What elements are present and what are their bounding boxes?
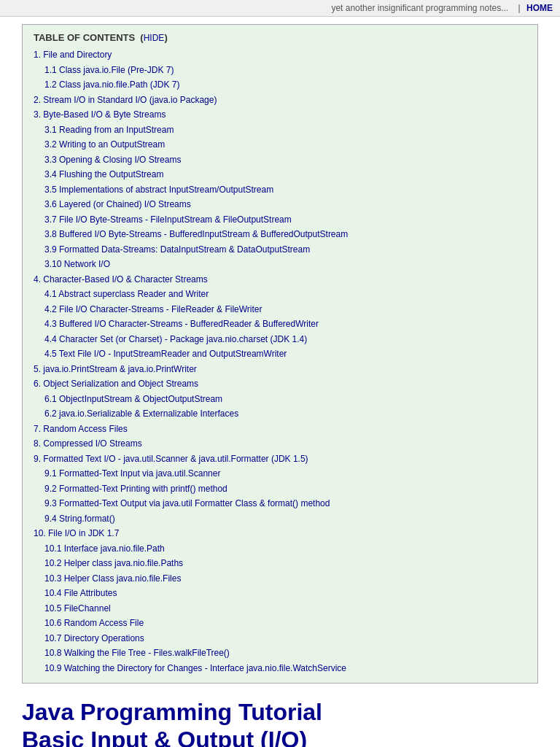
toc-hide-link[interactable]: HIDE	[144, 33, 165, 43]
list-item: 1.1 Class java.io.File (Pre-JDK 7)	[34, 63, 526, 77]
top-bar: yet another insignificant programming no…	[0, 0, 560, 17]
main-content: TABLE OF CONTENTS (HIDE) 1. File and Dir…	[0, 17, 560, 747]
list-item: 10.1 Interface java.nio.file.Path	[34, 541, 526, 556]
list-item: 4.3 Buffered I/O Character-Streams - Buf…	[34, 317, 526, 331]
toc-item[interactable]: 10.3 Helper Class java.nio.file.Files	[44, 573, 181, 584]
toc-item[interactable]: 9. Formatted Text I/O - java.util.Scanne…	[34, 454, 308, 464]
list-item: 3.8 Buffered I/O Byte-Streams - Buffered…	[34, 227, 526, 241]
list-item: 1.2 Class java.nio.file.Path (JDK 7)	[34, 77, 526, 92]
toc-item[interactable]: 4.5 Text File I/O - InputStreamReader an…	[44, 349, 287, 359]
tagline: yet another insignificant programming no…	[331, 3, 508, 13]
toc-item[interactable]: 4. Character-Based I/O & Character Strea…	[34, 274, 208, 285]
toc-item[interactable]: 6.1 ObjectInputStream & ObjectOutputStre…	[44, 394, 222, 404]
list-item: 10.8 Walking the File Tree - Files.walkF…	[34, 646, 526, 660]
toc-item[interactable]: 10.2 Helper class java.nio.file.Paths	[44, 558, 183, 568]
toc-item[interactable]: 3.3 Opening & Closing I/O Streams	[44, 155, 181, 165]
toc-item[interactable]: 10. File I/O in JDK 1.7	[34, 528, 119, 538]
list-item: 10.3 Helper Class java.nio.file.Files	[34, 571, 526, 586]
toc-item[interactable]: 4.3 Buffered I/O Character-Streams - Buf…	[44, 319, 319, 329]
toc-item[interactable]: 9.1 Formatted-Text Input via java.util.S…	[44, 468, 220, 479]
toc-item[interactable]: 1.1 Class java.io.File (Pre-JDK 7)	[44, 65, 174, 75]
toc-item[interactable]: 1.2 Class java.nio.file.Path (JDK 7)	[44, 80, 179, 90]
toc-item[interactable]: 3.10 Network I/O	[44, 259, 110, 269]
list-item: 3.3 Opening & Closing I/O Streams	[34, 152, 526, 167]
toc-item[interactable]: 8. Compressed I/O Streams	[34, 438, 142, 449]
list-item: 9.3 Formatted-Text Output via java.util …	[34, 496, 526, 511]
list-item: 5. java.io.PrintStream & java.io.PrintWr…	[34, 362, 526, 376]
list-item: 7. Random Access Files	[34, 422, 526, 436]
list-item: 3.6 Layered (or Chained) I/O Streams	[34, 197, 526, 212]
toc-item[interactable]: 3.4 Flushing the OutputStream	[44, 169, 163, 179]
list-item: 4. Character-Based I/O & Character Strea…	[34, 272, 526, 287]
toc-title: TABLE OF CONTENTS (HIDE)	[34, 32, 526, 43]
toc-item[interactable]: 10.5 FileChannel	[44, 603, 111, 614]
toc-item[interactable]: 10.1 Interface java.nio.file.Path	[44, 543, 165, 554]
list-item: 3.9 Formatted Data-Streams: DataInputStr…	[34, 242, 526, 257]
list-item: 10.7 Directory Operations	[34, 631, 526, 646]
toc-item[interactable]: 10.4 File Attributes	[44, 588, 117, 598]
toc-item[interactable]: 3. Byte-Based I/O & Byte Streams	[34, 109, 166, 120]
toc-item[interactable]: 3.7 File I/O Byte-Streams - FileInputStr…	[44, 214, 292, 225]
list-item: 2. Stream I/O in Standard I/O (java.io P…	[34, 93, 526, 107]
list-item: 6.1 ObjectInputStream & ObjectOutputStre…	[34, 392, 526, 406]
toc-item[interactable]: 4.4 Character Set (or Charset) - Package…	[44, 334, 307, 344]
list-item: 3.4 Flushing the OutputStream	[34, 167, 526, 182]
toc-item[interactable]: 3.1 Reading from an InputStream	[44, 125, 174, 135]
toc-item[interactable]: 1. File and Directory	[34, 50, 112, 60]
list-item: 10.6 Random Access File	[34, 616, 526, 630]
list-item: 3.7 File I/O Byte-Streams - FileInputStr…	[34, 212, 526, 227]
toc-item[interactable]: 3.8 Buffered I/O Byte-Streams - Buffered…	[44, 229, 348, 239]
toc-item[interactable]: 10.7 Directory Operations	[44, 633, 144, 643]
toc-item[interactable]: 10.9 Watching the Directory for Changes …	[44, 663, 346, 673]
list-item: 3.5 Implementations of abstract InputStr…	[34, 182, 526, 197]
toc-item[interactable]: 6.2 java.io.Serializable & Externalizabl…	[44, 409, 238, 419]
list-item: 9.1 Formatted-Text Input via java.util.S…	[34, 466, 526, 481]
toc-item[interactable]: 9.4 String.format()	[44, 514, 115, 524]
list-item: 6. Object Serialization and Object Strea…	[34, 376, 526, 391]
list-item: 3.2 Writing to an OutputStream	[34, 137, 526, 152]
list-item: 6.2 java.io.Serializable & Externalizabl…	[34, 406, 526, 421]
toc-item[interactable]: 4.1 Abstract superclass Reader and Write…	[44, 289, 209, 299]
list-item: 8. Compressed I/O Streams	[34, 436, 526, 451]
list-item: 9. Formatted Text I/O - java.util.Scanne…	[34, 452, 526, 466]
list-item: 9.2 Formatted-Text Printing with printf(…	[34, 481, 526, 496]
list-item: 4.5 Text File I/O - InputStreamReader an…	[34, 347, 526, 361]
toc-item[interactable]: 3.6 Layered (or Chained) I/O Streams	[44, 199, 191, 209]
home-link[interactable]: HOME	[526, 3, 553, 13]
toc-item[interactable]: 3.2 Writing to an OutputStream	[44, 139, 165, 150]
list-item: 4.4 Character Set (or Charset) - Package…	[34, 332, 526, 347]
toc-list: 1. File and Directory1.1 Class java.io.F…	[34, 47, 526, 675]
separator: |	[518, 3, 521, 13]
list-item: 10.4 File Attributes	[34, 586, 526, 600]
page-title: Java Programming Tutorial Basic Input & …	[22, 698, 538, 747]
toc-item[interactable]: 3.5 Implementations of abstract InputStr…	[44, 185, 273, 195]
toc-item[interactable]: 9.3 Formatted-Text Output via java.util …	[44, 498, 330, 508]
list-item: 10. File I/O in JDK 1.7	[34, 526, 526, 541]
toc-item[interactable]: 10.8 Walking the File Tree - Files.walkF…	[44, 648, 230, 658]
list-item: 3.10 Network I/O	[34, 257, 526, 271]
table-of-contents: TABLE OF CONTENTS (HIDE) 1. File and Dir…	[22, 24, 538, 684]
list-item: 9.4 String.format()	[34, 511, 526, 526]
toc-item[interactable]: 7. Random Access Files	[34, 424, 128, 434]
list-item: 3. Byte-Based I/O & Byte Streams	[34, 107, 526, 122]
toc-item[interactable]: 5. java.io.PrintStream & java.io.PrintWr…	[34, 364, 197, 374]
toc-item[interactable]: 9.2 Formatted-Text Printing with printf(…	[44, 484, 228, 494]
list-item: 1. File and Directory	[34, 47, 526, 62]
list-item: 4.2 File I/O Character-Streams - FileRea…	[34, 302, 526, 317]
list-item: 10.2 Helper class java.nio.file.Paths	[34, 556, 526, 570]
list-item: 10.5 FileChannel	[34, 601, 526, 616]
toc-item[interactable]: 10.6 Random Access File	[44, 618, 144, 628]
list-item: 4.1 Abstract superclass Reader and Write…	[34, 287, 526, 301]
toc-item[interactable]: 2. Stream I/O in Standard I/O (java.io P…	[34, 95, 217, 105]
list-item: 10.9 Watching the Directory for Changes …	[34, 661, 526, 676]
toc-item[interactable]: 6. Object Serialization and Object Strea…	[34, 379, 198, 389]
toc-item[interactable]: 3.9 Formatted Data-Streams: DataInputStr…	[44, 244, 310, 255]
list-item: 3.1 Reading from an InputStream	[34, 123, 526, 137]
toc-item[interactable]: 4.2 File I/O Character-Streams - FileRea…	[44, 304, 262, 314]
